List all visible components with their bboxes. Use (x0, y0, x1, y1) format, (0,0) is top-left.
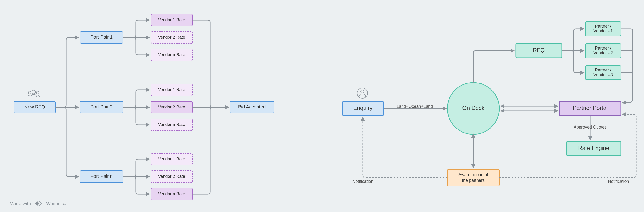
approved-quotes-label: Approved Quotes (574, 125, 607, 129)
edge-pp2-v3 (123, 107, 149, 125)
vendor-rate-g3-3-label: Vendor n Rate (158, 192, 185, 196)
vendor-rate-g3-1-label: Vendor 1 Rate (158, 157, 185, 161)
svg-point-0 (32, 90, 36, 94)
vendor-rate-g2-3-label: Vendor n Rate (158, 122, 185, 127)
edge-rfq-pp1 (56, 37, 78, 107)
award-label-1: Award to one of (458, 172, 488, 177)
port-pair-1-label: Port Pair 1 (90, 34, 112, 40)
on-deck-label: On Deck (462, 105, 484, 111)
notification-right-label: Notification (608, 179, 629, 184)
partner-3-label: Partner /Vendor #3 (594, 68, 613, 77)
edge-partners-portal (621, 29, 633, 103)
edge-rfq-p1 (562, 29, 584, 51)
footer-branding: Made with Whimsical (10, 201, 68, 206)
port-pair-2-label: Port Pair 2 (90, 104, 112, 109)
rfq-label: RFQ (533, 47, 545, 53)
svg-point-1 (28, 91, 31, 94)
svg-point-4 (361, 90, 364, 93)
user-icon (357, 88, 368, 98)
edge-v3-bid (192, 107, 228, 194)
vendor-rate-g2-2-label: Vendor 2 Rate (158, 105, 185, 109)
port-pair-n-label: Port Pair n (90, 174, 112, 179)
diagram-canvas: New RFQ Port Pair 1 Port Pair 2 Port Pai… (0, 0, 644, 212)
vendor-rate-g2-1-label: Vendor 1 Rate (158, 87, 185, 92)
enquiry-label: Enquiry (353, 105, 372, 111)
vendor-rate-g1-2-label: Vendor 2 Rate (158, 35, 185, 40)
edge-rfq-ppn (56, 107, 78, 177)
edge-ondeck-rfq (473, 51, 514, 83)
new-rfq-label: New RFQ (24, 104, 45, 109)
edge-ppn-v1 (123, 159, 149, 177)
rate-engine-label: Rate Engine (578, 145, 609, 151)
vendor-rate-g3-2-label: Vendor 2 Rate (158, 174, 185, 179)
vendor-rate-g1-3-label: Vendor n Rate (158, 52, 185, 57)
vendor-rate-g1-1-label: Vendor 1 Rate (158, 17, 185, 22)
whimsical-icon (35, 201, 42, 206)
edge-pp2-v1 (123, 90, 149, 107)
edge-rfq-p3 (562, 51, 584, 73)
award-label-2: the partners (462, 178, 485, 183)
svg-point-2 (36, 91, 39, 94)
footer-brand: Whimsical (46, 201, 68, 206)
edge-pp1-v3 (123, 37, 149, 55)
edge-enquiry-ondeck-label: Land+Ocean+Land (396, 104, 433, 109)
partner-1-label: Partner /Vendor #1 (594, 24, 613, 33)
edge-pp1-v1 (123, 20, 149, 37)
edge-ppn-v3 (123, 177, 149, 194)
partner-2-label: Partner /Vendor #2 (594, 46, 613, 55)
award-node (447, 169, 499, 186)
notification-left-label: Notification (352, 179, 373, 184)
people-icon (28, 90, 40, 97)
partner-portal-label: Partner Portal (573, 105, 608, 111)
edge-award-enquiry-notif (363, 117, 447, 178)
edge-v1-bid (192, 20, 228, 107)
footer-made-with: Made with (10, 201, 31, 206)
bid-accepted-label: Bid Accepted (238, 104, 266, 109)
